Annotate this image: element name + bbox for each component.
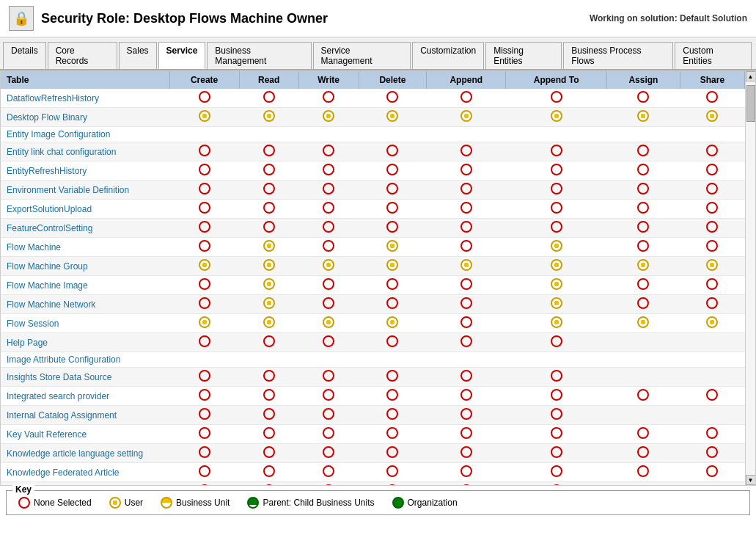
icon-none[interactable] (706, 240, 718, 252)
cell-create[interactable] (169, 219, 239, 238)
icon-none[interactable] (323, 221, 334, 233)
cell-delete[interactable] (359, 444, 427, 463)
icon-half[interactable] (551, 110, 562, 122)
cell-append-to[interactable] (506, 161, 607, 181)
icon-half[interactable] (263, 316, 275, 328)
cell-append-to[interactable] (506, 444, 607, 463)
cell-append[interactable] (427, 333, 506, 352)
icon-none[interactable] (199, 408, 210, 420)
cell-append[interactable] (427, 425, 506, 444)
icon-none[interactable] (199, 183, 210, 194)
scrollbar[interactable]: ▲ ▼ (745, 71, 755, 485)
icon-none[interactable] (460, 221, 472, 233)
icon-half[interactable] (460, 259, 472, 271)
icon-none[interactable] (323, 408, 334, 420)
icon-none[interactable] (551, 183, 562, 194)
cell-assign[interactable] (607, 406, 680, 425)
icon-none[interactable] (263, 202, 275, 214)
icon-none[interactable] (323, 370, 334, 382)
cell-share[interactable] (680, 333, 744, 352)
icon-none[interactable] (386, 465, 398, 477)
icon-none[interactable] (323, 145, 334, 156)
cell-assign[interactable] (607, 387, 680, 406)
icon-half[interactable] (199, 259, 210, 271)
cell-append[interactable] (427, 161, 506, 181)
row-name[interactable]: Integrated search provider (1, 387, 169, 406)
icon-none[interactable] (551, 91, 562, 103)
cell-read[interactable] (239, 444, 298, 463)
cell-share[interactable] (680, 444, 744, 463)
icon-none[interactable] (637, 221, 649, 233)
icon-none[interactable] (706, 145, 718, 156)
cell-share[interactable] (680, 406, 744, 425)
tab-customization[interactable]: Customization (412, 42, 484, 69)
icon-none[interactable] (386, 183, 398, 194)
icon-none[interactable] (386, 145, 398, 156)
icon-half[interactable] (263, 259, 275, 271)
cell-assign[interactable] (607, 219, 680, 238)
cell-delete[interactable] (359, 333, 427, 352)
cell-assign[interactable] (607, 482, 680, 486)
icon-none[interactable] (706, 221, 718, 233)
tab-core-records[interactable]: Core Records (48, 42, 117, 69)
icon-half[interactable] (323, 259, 334, 271)
icon-none[interactable] (386, 389, 398, 401)
icon-none[interactable] (706, 446, 718, 458)
cell-create[interactable] (169, 127, 239, 142)
icon-none[interactable] (637, 427, 649, 439)
cell-append[interactable] (427, 142, 506, 161)
cell-assign[interactable] (607, 142, 680, 161)
icon-none[interactable] (706, 91, 718, 103)
row-name[interactable]: Desktop Flow Binary (1, 108, 169, 127)
icon-none[interactable] (637, 145, 649, 156)
cell-create[interactable] (169, 161, 239, 181)
scroll-thumb[interactable] (746, 85, 755, 122)
cell-write[interactable] (298, 142, 359, 161)
cell-read[interactable] (239, 368, 298, 387)
icon-half[interactable] (263, 297, 275, 309)
cell-read[interactable] (239, 352, 298, 368)
cell-append[interactable] (427, 314, 506, 333)
cell-read[interactable] (239, 161, 298, 181)
icon-none[interactable] (323, 183, 334, 194)
icon-none[interactable] (460, 202, 472, 214)
cell-delete[interactable] (359, 276, 427, 295)
cell-assign[interactable] (607, 444, 680, 463)
icon-half[interactable] (706, 316, 718, 328)
cell-append-to[interactable] (506, 200, 607, 219)
cell-write[interactable] (298, 368, 359, 387)
cell-delete[interactable] (359, 200, 427, 219)
cell-write[interactable] (298, 238, 359, 257)
cell-append[interactable] (427, 108, 506, 127)
cell-append-to[interactable] (506, 219, 607, 238)
cell-append-to[interactable] (506, 463, 607, 482)
icon-none[interactable] (551, 145, 562, 156)
icon-none[interactable] (263, 484, 275, 485)
icon-none[interactable] (386, 297, 398, 309)
icon-half[interactable] (323, 110, 334, 122)
icon-none[interactable] (637, 446, 649, 458)
icon-none[interactable] (551, 389, 562, 401)
icon-half[interactable] (263, 240, 275, 252)
cell-append-to[interactable] (506, 276, 607, 295)
row-name[interactable]: Flow Machine Image (1, 276, 169, 295)
icon-half[interactable] (706, 259, 718, 271)
cell-read[interactable] (239, 295, 298, 314)
icon-none[interactable] (386, 427, 398, 439)
icon-none[interactable] (551, 202, 562, 214)
scroll-down-arrow[interactable]: ▼ (746, 475, 756, 485)
icon-none[interactable] (460, 446, 472, 458)
icon-none[interactable] (263, 145, 275, 156)
cell-share[interactable] (680, 89, 744, 108)
icon-none[interactable] (460, 240, 472, 252)
icon-none[interactable] (263, 221, 275, 233)
cell-read[interactable] (239, 276, 298, 295)
icon-none[interactable] (706, 465, 718, 477)
icon-none[interactable] (460, 389, 472, 401)
icon-none[interactable] (386, 446, 398, 458)
icon-none[interactable] (199, 389, 210, 401)
cell-write[interactable] (298, 444, 359, 463)
icon-none[interactable] (706, 389, 718, 401)
cell-write[interactable] (298, 257, 359, 276)
cell-delete[interactable] (359, 127, 427, 142)
